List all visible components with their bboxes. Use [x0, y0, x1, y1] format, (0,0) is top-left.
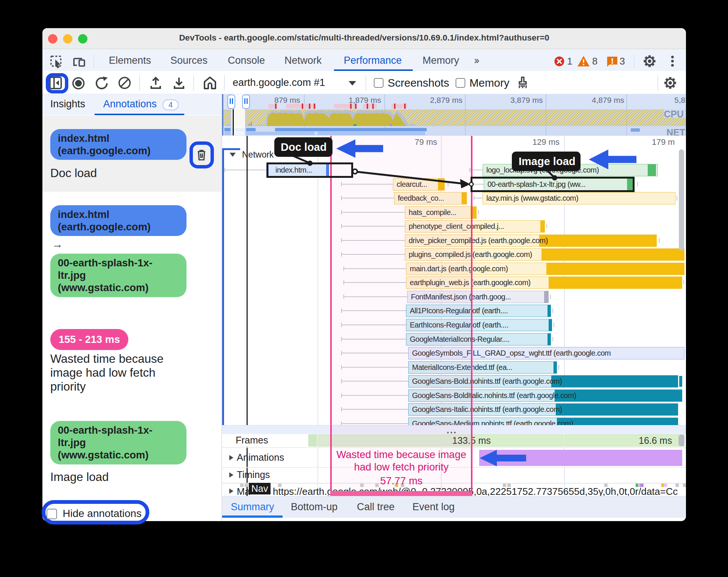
svg-text:Doc load: Doc load [281, 141, 326, 153]
svg-text:Image load: Image load [519, 155, 576, 167]
